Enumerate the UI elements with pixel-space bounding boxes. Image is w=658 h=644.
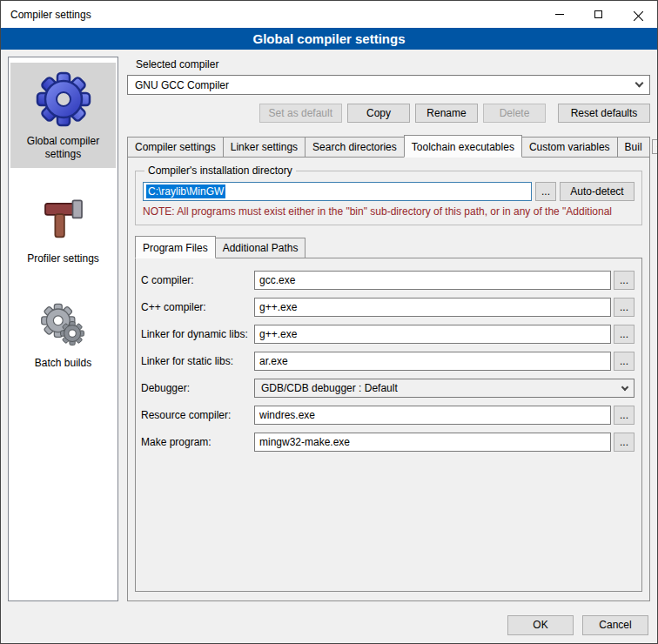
- autodetect-button[interactable]: Auto-detect: [560, 182, 634, 201]
- field-row: Linker for static libs: ...: [141, 352, 634, 371]
- reset-defaults-button[interactable]: Reset defaults: [558, 104, 650, 123]
- close-button[interactable]: [618, 1, 657, 28]
- sidebar-item-global-compiler-settings[interactable]: Global compiler settings: [10, 63, 116, 168]
- installation-path-selected-text: C:\raylib\MinGW: [146, 184, 225, 198]
- rename-button[interactable]: Rename: [415, 104, 478, 123]
- field-row: C++ compiler: ...: [141, 298, 634, 317]
- dialog-banner: Global compiler settings: [1, 28, 657, 50]
- browse-button[interactable]: ...: [614, 325, 634, 344]
- sidebar-item-batch-builds[interactable]: Batch builds: [10, 292, 116, 377]
- browse-installation-button[interactable]: ...: [535, 182, 556, 201]
- program-files-panel: C compiler: ... C++ compiler: ...: [135, 258, 642, 592]
- tab-toolchain-executables[interactable]: Toolchain executables: [404, 135, 522, 158]
- cpp-compiler-input[interactable]: [254, 298, 611, 317]
- settings-tabstrip: Compiler settings Linker settings Search…: [127, 135, 650, 157]
- debugger-label: Debugger:: [141, 382, 254, 394]
- maximize-icon: [594, 10, 602, 18]
- debugger-select-value: GDB/CDB debugger : Default: [261, 382, 398, 394]
- sidebar-item-label: Profiler settings: [27, 252, 99, 265]
- dynamic-linker-label: Linker for dynamic libs:: [141, 328, 254, 340]
- static-linker-input[interactable]: [254, 352, 611, 371]
- sidebar-item-label: Batch builds: [35, 357, 91, 370]
- blue-gear-icon: [36, 71, 91, 127]
- resource-compiler-input[interactable]: [254, 406, 611, 425]
- browse-button[interactable]: ...: [614, 406, 634, 425]
- field-row: Linker for dynamic libs: ...: [141, 325, 634, 344]
- c-compiler-label: C compiler:: [141, 274, 254, 286]
- compiler-select[interactable]: GNU GCC Compiler: [127, 75, 650, 95]
- resource-compiler-label: Resource compiler:: [141, 409, 254, 421]
- sidebar-item-label: Global compiler settings: [12, 135, 114, 161]
- cancel-button[interactable]: Cancel: [582, 615, 648, 635]
- compiler-settings-window: Compiler settings Global compiler settin…: [0, 0, 658, 644]
- tab-scrollers: ◄ ►: [650, 139, 658, 154]
- sidebar-item-profiler-settings[interactable]: Profiler settings: [10, 187, 116, 272]
- compiler-select-value: GNU GCC Compiler: [135, 79, 229, 91]
- titlebar: Compiler settings: [1, 1, 657, 28]
- copy-button[interactable]: Copy: [347, 104, 410, 123]
- browse-button[interactable]: ...: [614, 271, 634, 290]
- close-icon: [633, 10, 643, 20]
- tab-search-directories[interactable]: Search directories: [305, 137, 405, 158]
- chevron-down-icon: [621, 383, 628, 390]
- browse-button[interactable]: ...: [614, 433, 634, 452]
- field-row: Make program: ...: [141, 433, 634, 452]
- tab-custom-variables[interactable]: Custom variables: [521, 137, 618, 158]
- field-row: Debugger: GDB/CDB debugger : Default: [141, 379, 634, 398]
- selected-compiler-label: Selected compiler: [136, 58, 650, 70]
- delete-button: Delete: [483, 104, 546, 123]
- installation-directory-group-title: Compiler's installation directory: [144, 164, 296, 177]
- c-compiler-input[interactable]: [254, 271, 611, 290]
- minimize-button[interactable]: [540, 1, 579, 28]
- window-title: Compiler settings: [1, 9, 91, 21]
- subtab-additional-paths[interactable]: Additional Paths: [215, 238, 306, 258]
- gray-gears-icon: [37, 300, 91, 349]
- make-program-label: Make program:: [141, 436, 254, 448]
- tab-compiler-settings[interactable]: Compiler settings: [127, 137, 224, 158]
- browse-button[interactable]: ...: [614, 352, 634, 371]
- make-program-input[interactable]: [254, 433, 611, 452]
- minimize-icon: [555, 14, 564, 15]
- tab-linker-settings[interactable]: Linker settings: [223, 137, 306, 158]
- red-tool-icon: [39, 196, 88, 245]
- installation-directory-row: C:\raylib\MinGW ... Auto-detect: [143, 182, 634, 201]
- debugger-select[interactable]: GDB/CDB debugger : Default: [254, 379, 634, 398]
- dialog-footer: OK Cancel: [1, 607, 657, 643]
- subtab-program-files[interactable]: Program Files: [135, 236, 216, 258]
- installation-note: NOTE: All programs must exist either in …: [143, 205, 634, 218]
- chevron-down-icon: [635, 79, 644, 88]
- installation-directory-group: Compiler's installation directory C:\ray…: [135, 164, 642, 225]
- set-as-default-button: Set as default: [259, 104, 342, 123]
- main-panel: Selected compiler GNU GCC Compiler Set a…: [127, 57, 650, 601]
- window-controls: [540, 1, 657, 28]
- cpp-compiler-label: C++ compiler:: [141, 301, 254, 313]
- tab-scroll-left-button[interactable]: ◄: [652, 139, 658, 154]
- static-linker-label: Linker for static libs:: [141, 355, 254, 367]
- browse-button[interactable]: ...: [614, 298, 634, 317]
- maximize-button[interactable]: [579, 1, 618, 28]
- compiler-action-buttons: Set as default Copy Rename Delete Reset …: [127, 104, 650, 123]
- program-tabstrip: Program Files Additional Paths: [135, 236, 642, 258]
- installation-path-input[interactable]: C:\raylib\MinGW: [143, 182, 532, 201]
- dialog-body: Global compiler settings Profiler settin…: [1, 50, 657, 607]
- category-sidebar: Global compiler settings Profiler settin…: [8, 57, 118, 601]
- dynamic-linker-input[interactable]: [254, 325, 611, 344]
- ok-button[interactable]: OK: [507, 615, 574, 635]
- field-row: Resource compiler: ...: [141, 406, 634, 425]
- field-row: C compiler: ...: [141, 271, 634, 290]
- tab-build-options-truncated[interactable]: Buil: [617, 137, 650, 158]
- toolchain-executables-panel: Compiler's installation directory C:\ray…: [127, 157, 650, 601]
